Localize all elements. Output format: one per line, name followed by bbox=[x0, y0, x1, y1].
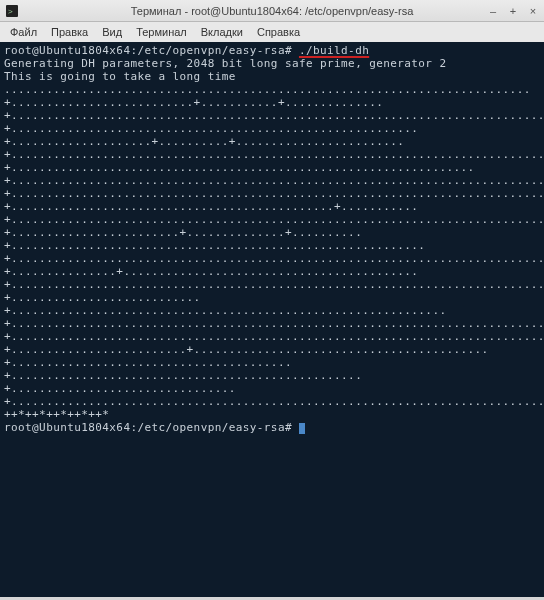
shell-prompt: root@Ubuntu1804x64:/etc/openvpn/easy-rsa… bbox=[4, 421, 299, 434]
dh-progress-dots: ........................................… bbox=[4, 83, 544, 421]
menu-tabs[interactable]: Вкладки bbox=[195, 24, 249, 40]
cursor bbox=[299, 423, 305, 434]
terminal-body[interactable]: root@Ubuntu1804x64:/etc/openvpn/easy-rsa… bbox=[0, 42, 544, 597]
menubar: Файл Правка Вид Терминал Вкладки Справка bbox=[0, 22, 544, 42]
menu-file[interactable]: Файл bbox=[4, 24, 43, 40]
shell-prompt: root@Ubuntu1804x64:/etc/openvpn/easy-rsa… bbox=[4, 44, 299, 57]
output-line-1: Generating DH parameters, 2048 bit long … bbox=[4, 57, 446, 70]
menu-help[interactable]: Справка bbox=[251, 24, 306, 40]
prompt-line-2: root@Ubuntu1804x64:/etc/openvpn/easy-rsa… bbox=[4, 421, 305, 434]
terminal-window: > Терминал - root@Ubuntu1804x64: /etc/op… bbox=[0, 0, 544, 600]
prompt-line-1: root@Ubuntu1804x64:/etc/openvpn/easy-rsa… bbox=[4, 44, 369, 57]
window-controls: – + × bbox=[486, 4, 540, 18]
menu-edit[interactable]: Правка bbox=[45, 24, 94, 40]
window-title: Терминал - root@Ubuntu1804x64: /etc/open… bbox=[131, 5, 414, 17]
output-line-2: This is going to take a long time bbox=[4, 70, 236, 83]
menu-view[interactable]: Вид bbox=[96, 24, 128, 40]
entered-command: ./build-dh bbox=[299, 44, 369, 57]
terminal-app-icon: > bbox=[6, 5, 18, 17]
close-button[interactable]: × bbox=[526, 4, 540, 18]
menu-terminal[interactable]: Терминал bbox=[130, 24, 193, 40]
maximize-button[interactable]: + bbox=[506, 4, 520, 18]
svg-text:>: > bbox=[8, 7, 13, 16]
titlebar[interactable]: > Терминал - root@Ubuntu1804x64: /etc/op… bbox=[0, 0, 544, 22]
minimize-button[interactable]: – bbox=[486, 4, 500, 18]
